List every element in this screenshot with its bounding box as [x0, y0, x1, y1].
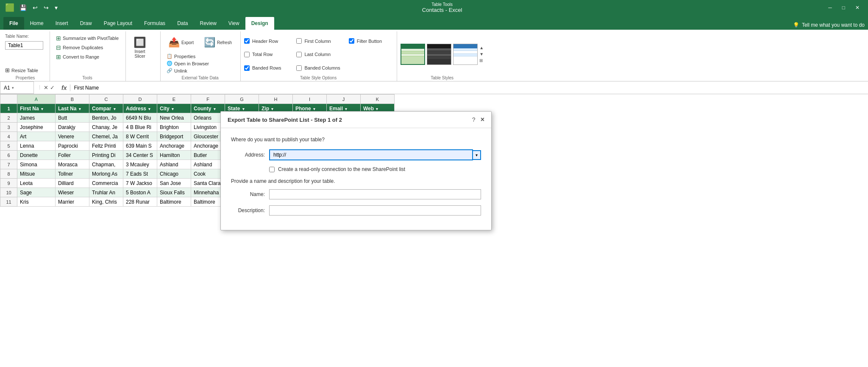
style-thumb-dark[interactable]: [427, 44, 451, 65]
open-in-browser-button[interactable]: 🌐 Open in Browser: [164, 60, 236, 67]
style-scroll-arrows[interactable]: ▲ ▼ ⊞: [479, 45, 484, 63]
dialog-question: Where do you want to publish your table?: [231, 137, 481, 143]
redo-button[interactable]: ↪: [42, 3, 50, 12]
scroll-up-arrow[interactable]: ▲: [479, 45, 484, 50]
tab-home[interactable]: Home: [24, 17, 50, 30]
ribbon: Table Name: ⊞ Resize Table Properties ⊞ …: [0, 30, 868, 81]
title-bar-left: 🟩 💾 ↩ ↪ ▾: [5, 3, 59, 12]
tools-group-label: Tools: [53, 74, 121, 81]
formula-input[interactable]: First Name: [70, 85, 868, 91]
file-title: Contacts - Excel: [422, 7, 462, 13]
tab-view[interactable]: View: [223, 17, 245, 30]
ribbon-group-tools: ⊞ Summarize with PivotTable ⊟ Remove Dup…: [51, 31, 126, 81]
style-thumb-blue[interactable]: [453, 44, 478, 65]
address-input[interactable]: [269, 149, 473, 160]
close-window-button[interactable]: ✕: [852, 4, 863, 11]
readonly-connection-label: Create a read-only connection to the new…: [278, 166, 405, 172]
export-button[interactable]: 📤 Export: [164, 34, 198, 51]
scroll-down-arrow[interactable]: ▼: [479, 52, 484, 56]
dialog-help-button[interactable]: ?: [472, 116, 476, 123]
fx-label: fx: [58, 84, 70, 91]
tab-file[interactable]: File: [3, 17, 24, 30]
more-styles-arrow[interactable]: ⊞: [479, 58, 484, 63]
undo-button[interactable]: ↩: [31, 3, 39, 12]
summarize-pivot-label: Summarize with PivotTable: [63, 36, 119, 41]
external-group-label: External Table Data: [164, 74, 236, 81]
tab-data[interactable]: Data: [171, 17, 194, 30]
table-tools-label: Table Tools: [59, 2, 825, 7]
style-thumb-green[interactable]: [401, 44, 425, 65]
ribbon-group-slicer: 🔲 InsertSlicer: [127, 31, 161, 81]
save-button[interactable]: 💾: [18, 3, 28, 12]
cell-ref-arrow[interactable]: ▾: [12, 86, 14, 90]
tab-review[interactable]: Review: [194, 17, 222, 30]
refresh-label: Refresh: [217, 40, 232, 45]
dialog-titlebar-right: ? ×: [472, 116, 484, 123]
properties-icon: 📋: [167, 53, 172, 59]
convert-to-range-label: Convert to Range: [63, 54, 99, 59]
summarize-pivot-button[interactable]: ⊞ Summarize with PivotTable: [53, 34, 121, 42]
formula-grip-icon: ⋮: [37, 85, 42, 90]
table-name-label: Table Name:: [5, 34, 43, 39]
export-icon: 📤: [168, 37, 180, 48]
quick-access-toolbar: 💾 ↩ ↪ ▾: [18, 3, 59, 12]
first-column-checkbox[interactable]: First Column: [296, 35, 340, 48]
tell-me-label: Tell me what you want to do: [802, 22, 865, 28]
readonly-connection-checkbox[interactable]: [269, 167, 275, 172]
total-row-checkbox[interactable]: Total Row: [244, 48, 288, 61]
ribbon-tabs: File Home Insert Draw Page Layout Formul…: [0, 15, 868, 30]
tab-insert[interactable]: Insert: [50, 17, 74, 30]
address-input-group: ▾: [269, 149, 481, 160]
tab-draw[interactable]: Draw: [74, 17, 98, 30]
minimize-button[interactable]: ─: [825, 4, 835, 11]
description-input[interactable]: [269, 205, 481, 216]
tab-page-layout[interactable]: Page Layout: [98, 17, 138, 30]
cell-ref-value: A1: [4, 85, 10, 91]
table-name-input[interactable]: [5, 41, 43, 50]
filter-button-checkbox[interactable]: Filter Button: [349, 35, 392, 48]
properties-group-label: Properties: [5, 74, 45, 81]
description-field: Description:: [231, 205, 481, 216]
tab-design[interactable]: Design: [245, 17, 274, 30]
resize-table-button[interactable]: ⊞ Resize Table: [5, 66, 43, 74]
confirm-formula-button[interactable]: ✓: [50, 84, 55, 91]
dialog-body: Where do you want to publish your table?…: [221, 128, 491, 230]
convert-icon: ⊞: [56, 53, 61, 60]
properties-button[interactable]: 📋 Properties: [164, 53, 236, 60]
banded-rows-checkbox[interactable]: Banded Rows: [244, 62, 288, 74]
refresh-icon: 🔄: [204, 37, 215, 48]
customize-button[interactable]: ▾: [53, 3, 59, 12]
unlink-button[interactable]: 🔗 Unlink: [164, 67, 236, 74]
address-label: Address:: [231, 152, 265, 158]
cancel-formula-button[interactable]: ✕: [44, 84, 48, 91]
provide-label: Provide a name and description for your …: [231, 178, 481, 184]
tell-me-box[interactable]: 💡 Tell me what you want to do: [793, 22, 865, 30]
export-label: Export: [181, 40, 194, 45]
remove-duplicates-label: Remove Duplicates: [63, 45, 103, 50]
tell-me-icon: 💡: [793, 22, 799, 28]
name-input[interactable]: [269, 189, 481, 199]
banded-columns-checkbox[interactable]: Banded Columns: [296, 62, 340, 74]
spreadsheet-wrapper[interactable]: A B C D E F G H I J K: [0, 94, 868, 367]
insert-slicer-button[interactable]: 🔲 InsertSlicer: [129, 34, 150, 61]
refresh-button[interactable]: 🔄 Refresh: [200, 34, 236, 51]
slicer-label: [129, 79, 156, 81]
ribbon-group-style-options: Header Row First Column Filter Button To…: [242, 31, 397, 81]
dialog-close-button[interactable]: ×: [481, 116, 484, 123]
unlink-label: Unlink: [174, 68, 187, 73]
last-column-checkbox[interactable]: Last Column: [296, 48, 340, 61]
convert-to-range-button[interactable]: ⊞ Convert to Range: [53, 53, 102, 61]
unlink-icon: 🔗: [167, 68, 172, 73]
tab-formulas[interactable]: Formulas: [138, 17, 171, 30]
resize-table-icon: ⊞: [5, 67, 10, 73]
title-bar: 🟩 💾 ↩ ↪ ▾ Table Tools Contacts - Excel ─…: [0, 0, 868, 15]
address-dropdown-button[interactable]: ▾: [473, 150, 481, 160]
name-field: Name:: [231, 189, 481, 199]
header-row-checkbox[interactable]: Header Row: [244, 35, 288, 48]
remove-duplicates-button[interactable]: ⊟ Remove Duplicates: [53, 43, 106, 52]
maximize-button[interactable]: □: [839, 4, 849, 11]
name-label: Name:: [231, 191, 265, 197]
window-controls: ─ □ ✕: [825, 4, 863, 11]
cell-reference-box[interactable]: A1 ▾: [0, 81, 34, 94]
readonly-connection-row: Create a read-only connection to the new…: [269, 166, 481, 172]
